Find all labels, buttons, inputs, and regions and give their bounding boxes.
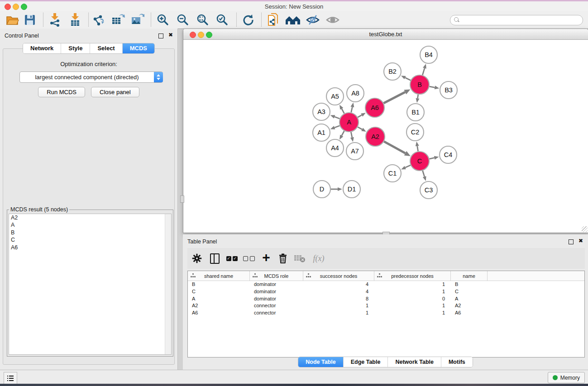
result-item[interactable]: C — [9, 236, 171, 243]
tab-mcds[interactable]: MCDS — [123, 43, 154, 53]
graph-node-label: A8 — [351, 90, 359, 97]
float-panel-icon[interactable] — [158, 33, 163, 38]
graph-edge-C-C4[interactable] — [429, 158, 434, 159]
deselect-all-icon[interactable] — [242, 252, 256, 265]
graph-node-label: D — [320, 186, 324, 193]
network-window-titlebar[interactable]: testGlobe.txt — [183, 29, 588, 40]
export-image-icon[interactable] — [129, 12, 146, 27]
column-header-successor-nodes[interactable]: successor nodes — [303, 271, 374, 281]
graph-node-label: C2 — [411, 129, 420, 136]
graph-node-label: A2 — [371, 133, 379, 140]
graph-edge-B-B4[interactable] — [422, 68, 425, 75]
graph-edge-C-C3[interactable] — [423, 171, 425, 176]
table-row[interactable]: A2connector11A2 — [188, 302, 584, 310]
result-item[interactable]: B — [9, 229, 171, 236]
close-panel-button[interactable]: Close panel — [91, 87, 139, 97]
table-tabs: Node TableEdge TableNetwork TableMotifs — [298, 357, 473, 367]
zoom-fit-icon[interactable] — [195, 12, 211, 27]
graph-edge-A-A4[interactable] — [342, 131, 344, 135]
table-cell: 4 — [303, 288, 374, 295]
graph-edge-A-A6[interactable] — [358, 115, 362, 117]
graph-edge-A2-C[interactable] — [384, 142, 405, 153]
criterion-select[interactable]: largest connected component (directed) — [19, 71, 163, 83]
tab-select[interactable]: Select — [90, 43, 122, 53]
result-item[interactable]: A — [9, 221, 171, 229]
table-row[interactable]: Bdominator41B — [188, 281, 584, 288]
open-session-icon[interactable] — [5, 12, 21, 27]
save-session-icon[interactable] — [22, 12, 38, 27]
table-tab-node-table[interactable]: Node Table — [298, 357, 343, 367]
network-from-document-icon[interactable] — [266, 12, 282, 27]
graph-edge-B-B2[interactable] — [405, 77, 411, 80]
close-table-panel-icon[interactable]: ✖ — [578, 238, 583, 244]
tab-style[interactable]: Style — [61, 43, 90, 53]
show-columns-icon[interactable] — [207, 252, 222, 265]
toolbar-separator — [261, 13, 262, 27]
graph-node-label: A6 — [371, 104, 379, 111]
column-label: predecessor nodes — [391, 273, 434, 279]
delete-rows-icon[interactable] — [276, 252, 290, 265]
edge-arrowhead-icon — [401, 166, 406, 170]
delete-table-icon[interactable] — [292, 252, 307, 265]
show-hidden-icon[interactable] — [325, 12, 341, 27]
search-input[interactable] — [460, 16, 580, 24]
column-header-MCDS-role[interactable]: MCDS role — [250, 271, 303, 281]
export-network-icon[interactable] — [91, 12, 107, 27]
import-network-icon[interactable] — [47, 12, 63, 27]
graph-edge-A-A3[interactable] — [335, 117, 339, 119]
control-panel: Control Panel ✖ NetworkStyleSelectMCDS O… — [0, 29, 178, 370]
graph-edge-B-B3[interactable] — [430, 86, 435, 87]
import-table-icon[interactable] — [67, 12, 83, 27]
float-table-panel-icon[interactable] — [569, 239, 574, 244]
graph-edge-A-A8[interactable] — [351, 107, 353, 112]
refresh-icon[interactable] — [240, 12, 256, 27]
graph-node-label: C1 — [388, 170, 397, 177]
task-history-button[interactable] — [4, 372, 17, 384]
mcds-result-box: MCDS result (5 nodes) A2ABCA6 — [7, 206, 173, 357]
splitter-handle-left[interactable] — [180, 195, 184, 203]
column-header-shared-name[interactable]: shared name — [188, 271, 250, 281]
edge-arrowhead-icon — [423, 176, 426, 181]
column-header-name[interactable]: name — [451, 271, 488, 281]
export-table-icon[interactable] — [110, 12, 126, 27]
table-tab-network-table[interactable]: Network Table — [388, 357, 441, 367]
apply-function-icon[interactable]: f(x) — [309, 252, 329, 265]
search-icon — [454, 17, 459, 22]
result-scrollbar[interactable] — [165, 214, 171, 354]
column-header-predecessor-nodes[interactable]: predecessor nodes — [374, 271, 451, 281]
table-row[interactable]: A6connector11A6 — [188, 310, 584, 317]
tab-network[interactable]: Network — [23, 43, 61, 53]
result-item[interactable]: A2 — [9, 214, 171, 221]
edge-arrowhead-icon — [339, 135, 343, 140]
resize-grip[interactable] — [582, 226, 588, 232]
close-panel-icon[interactable]: ✖ — [168, 32, 173, 38]
graph-edge-A-A2[interactable] — [358, 127, 362, 129]
zoom-out-icon[interactable] — [175, 12, 191, 27]
zoom-in-icon[interactable] — [155, 12, 171, 27]
network-graph[interactable]: B4B2BB3A8A5A6A3B1AC2A1A2A4A7C4CC1DD1C3 — [183, 40, 587, 232]
run-mcds-button[interactable]: Run MCDS — [38, 87, 85, 97]
graph-edge-B-B1[interactable] — [418, 95, 418, 99]
graph-edge-A-A5[interactable] — [342, 109, 344, 113]
table-row[interactable]: Cdominator41C — [188, 288, 584, 295]
network-title: testGlobe.txt — [183, 31, 588, 38]
graph-edge-A-A7[interactable] — [351, 132, 352, 138]
table-tab-edge-table[interactable]: Edge Table — [344, 357, 388, 367]
select-all-icon[interactable]: ✓✓ — [225, 252, 239, 265]
memory-button[interactable]: Memory — [548, 372, 585, 383]
network-canvas[interactable]: B4B2BB3A8A5A6A3B1AC2A1A2A4A7C4CC1DD1C3 — [183, 40, 588, 233]
table-settings-icon[interactable] — [190, 252, 204, 265]
graph-edge-C-C1[interactable] — [405, 165, 411, 167]
result-item[interactable]: A6 — [9, 244, 171, 251]
graph-edge-A6-B[interactable] — [384, 92, 405, 103]
table-row[interactable]: Adominator80A — [188, 295, 584, 303]
zoom-selected-icon[interactable] — [214, 12, 230, 27]
table-tab-motifs[interactable]: Motifs — [441, 357, 473, 367]
graph-edge-A-A1[interactable] — [335, 126, 339, 128]
home-icon[interactable] — [285, 12, 301, 27]
add-row-icon[interactable]: + — [259, 252, 273, 265]
list-icon — [7, 376, 14, 381]
graph-edge-C-C2[interactable] — [417, 146, 418, 152]
edge-arrowhead-icon — [361, 113, 366, 116]
hide-selected-icon[interactable] — [305, 12, 321, 27]
